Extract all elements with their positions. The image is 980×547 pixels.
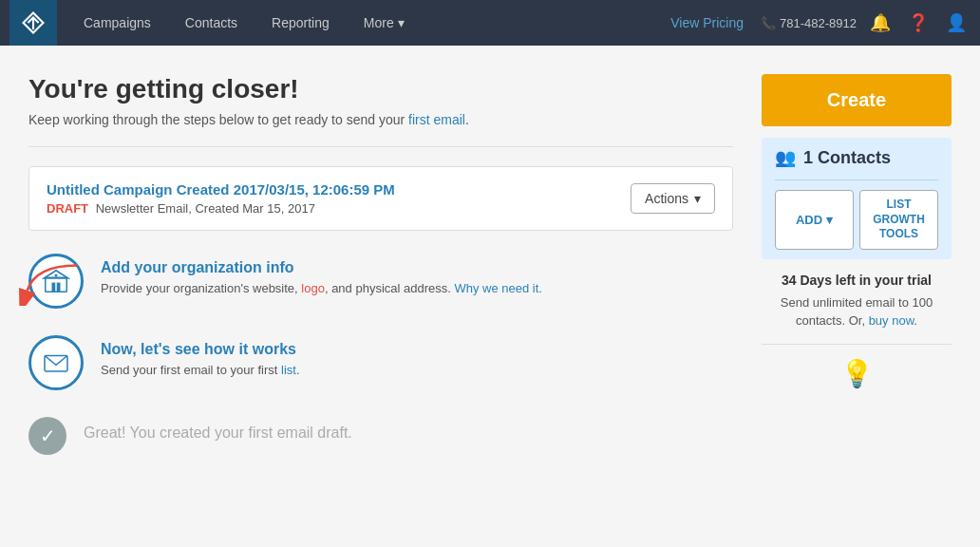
actions-chevron-icon: ▾	[694, 191, 701, 206]
why-link[interactable]: Why we need it.	[454, 281, 542, 295]
create-button[interactable]: Create	[762, 74, 952, 126]
step-complete-label: Great! You created your first email draf…	[84, 424, 352, 442]
list-growth-button[interactable]: LIST GROWTH TOOLS	[859, 190, 938, 250]
step-complete-content: Great! You created your first email draf…	[84, 417, 352, 442]
list-link[interactable]: list	[281, 363, 296, 377]
nav-right: 📞 781-482-8912 🔔 ❓ 👤	[761, 12, 971, 33]
chevron-down-icon: ▾	[398, 15, 405, 30]
nav-reporting[interactable]: Reporting	[254, 0, 347, 46]
nav-contacts[interactable]: Contacts	[168, 0, 254, 46]
lightbulb-icon: 💡	[762, 358, 952, 389]
content-left: You're getting closer! Keep working thro…	[28, 74, 762, 528]
logo-link[interactable]: logo	[301, 281, 325, 295]
campaign-title: Untitled Campaign Created 2017/03/15, 12…	[47, 181, 395, 198]
first-email-link[interactable]: first email	[408, 112, 465, 127]
contacts-header: 👥 1 Contacts	[775, 147, 938, 168]
step-email-icon[interactable]	[28, 335, 84, 390]
step-org-info: Add your organization info Provide your …	[28, 254, 733, 309]
page-title: You're getting closer!	[28, 74, 733, 104]
add-button[interactable]: ADD ▾	[775, 190, 854, 250]
phone-icon: 📞	[761, 16, 776, 30]
trial-desc: Send unlimited email to 100 contacts. Or…	[762, 293, 952, 330]
nav-campaigns[interactable]: Campaigns	[66, 0, 168, 46]
main-layout: You're getting closer! Keep working thro…	[0, 46, 980, 547]
campaign-box: Untitled Campaign Created 2017/03/15, 12…	[28, 166, 733, 231]
nav-links: Campaigns Contacts Reporting More ▾	[66, 0, 653, 46]
trial-title: 34 Days left in your trial	[762, 273, 952, 288]
campaign-meta: DRAFT Newsletter Email, Created Mar 15, …	[47, 201, 395, 216]
right-divider	[762, 344, 952, 345]
step-completed: ✓ Great! You created your first email dr…	[28, 417, 733, 455]
step-complete-icon: ✓	[28, 417, 66, 455]
contacts-icon: 👥	[775, 147, 796, 168]
add-chevron-icon: ▾	[826, 213, 833, 227]
navbar: Campaigns Contacts Reporting More ▾ View…	[0, 0, 980, 46]
actions-button[interactable]: Actions ▾	[631, 183, 715, 214]
campaign-info: Untitled Campaign Created 2017/03/15, 12…	[47, 181, 395, 216]
logo[interactable]	[9, 0, 57, 46]
nav-more[interactable]: More ▾	[347, 0, 422, 46]
step-org-title[interactable]: Add your organization info	[101, 259, 542, 276]
step-org-desc: Provide your organization's website, log…	[101, 281, 542, 295]
buy-now-link[interactable]: buy now	[869, 313, 914, 328]
contacts-actions: ADD ▾ LIST GROWTH TOOLS	[775, 179, 938, 250]
contacts-box: 👥 1 Contacts ADD ▾ LIST GROWTH TOOLS	[762, 138, 952, 259]
divider	[28, 146, 733, 147]
content-right: Create 👥 1 Contacts ADD ▾ LIST GROWTH TO…	[762, 74, 952, 528]
nav-phone: 📞 781-482-8912	[761, 16, 857, 30]
step-org-content: Add your organization info Provide your …	[101, 254, 542, 295]
trial-box: 34 Days left in your trial Send unlimite…	[762, 273, 952, 389]
step-email-desc: Send your first email to your first list…	[101, 363, 300, 377]
nav-pricing[interactable]: View Pricing	[653, 15, 761, 30]
page-subtitle: Keep working through the steps below to …	[28, 112, 733, 127]
step-email-content: Now, let's see how it works Send your fi…	[101, 335, 300, 377]
campaign-status: DRAFT	[47, 201, 88, 216]
step-first-email: Now, let's see how it works Send your fi…	[28, 335, 733, 390]
user-icon[interactable]: 👤	[942, 12, 971, 33]
question-icon[interactable]: ❓	[904, 12, 933, 33]
red-arrow-icon	[19, 258, 85, 306]
step-email-title[interactable]: Now, let's see how it works	[101, 341, 300, 358]
bell-icon[interactable]: 🔔	[866, 12, 895, 33]
